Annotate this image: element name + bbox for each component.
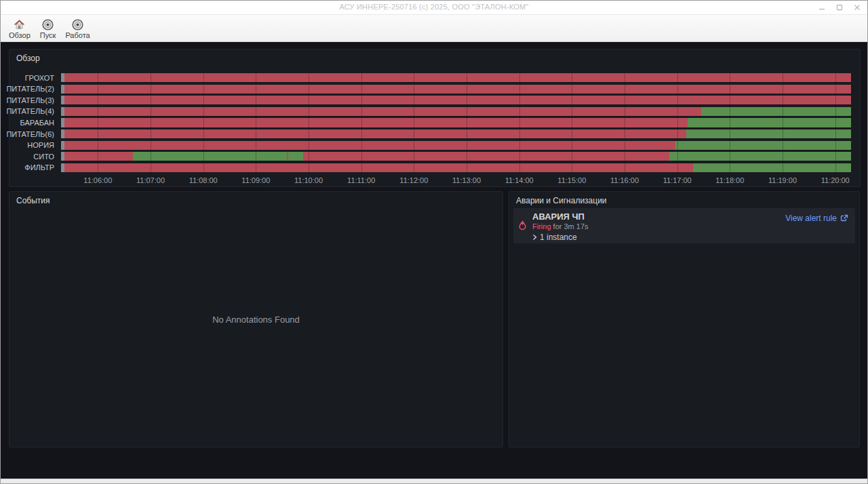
timeline-row-label: СИТО <box>9 152 54 161</box>
toolbar-button-overview[interactable]: Обзор <box>5 16 35 41</box>
axis-tick-label: 11:06:00 <box>83 176 112 184</box>
time-axis: 11:06:0011:07:0011:08:0011:09:0011:10:00… <box>61 176 851 186</box>
axis-tick-label: 11:12:00 <box>399 176 428 184</box>
external-link-icon <box>840 214 848 222</box>
alert-instances-toggle[interactable]: 1 instance <box>532 233 848 242</box>
overview-panel: Обзор ГРОХОТПИТАТЕЛЬ(2)ПИТАТЕЛЬ(3)ПИТАТЕ… <box>9 49 861 187</box>
timeline-segment <box>64 107 701 116</box>
axis-tick-label: 11:14:00 <box>505 176 534 184</box>
timeline-segment <box>675 141 851 150</box>
axis-tick-label: 11:16:00 <box>610 176 639 184</box>
timeline-row-label: ПИТАТЕЛЬ(2) <box>9 85 54 94</box>
toolbar-button-label: Пуск <box>40 31 56 39</box>
timeline-row-label: ФИЛЬТР <box>9 163 54 172</box>
timeline-segment <box>288 152 303 161</box>
chevron-right-icon <box>532 234 537 241</box>
timeline-row-label: БАРАБАН <box>9 118 54 127</box>
window-title: АСУ ИННЕРЕ-250716 (c) 2025, ООО "ЭТАЛОН-… <box>1 3 867 11</box>
timeline-segment <box>64 129 686 138</box>
timeline-segment <box>669 152 851 161</box>
timeline-bar <box>61 107 851 116</box>
timeline-bar <box>61 73 851 82</box>
dashboard: Обзор ГРОХОТПИТАТЕЛЬ(2)ПИТАТЕЛЬ(3)ПИТАТЕ… <box>1 42 867 479</box>
timeline-bar <box>61 141 851 150</box>
timeline-row-label: НОРИЯ <box>9 141 54 150</box>
timeline-row-label: ПИТАТЕЛЬ(4) <box>9 107 54 116</box>
events-panel: События No Annotations Found <box>9 191 503 447</box>
alert-duration: for 3m 17s <box>553 222 589 230</box>
window-bottom-frame <box>1 479 867 483</box>
timeline-bar <box>61 129 851 138</box>
timeline-segment <box>64 163 693 172</box>
axis-tick-label: 11:19:00 <box>768 176 797 184</box>
timeline-segment <box>693 163 851 172</box>
timeline-bar <box>61 96 851 104</box>
titlebar: АСУ ИННЕРЕ-250716 (c) 2025, ООО "ЭТАЛОН-… <box>1 1 867 14</box>
timeline-bar <box>61 163 851 172</box>
close-icon[interactable] <box>852 3 862 12</box>
alert-meta: Firing for 3m 17s <box>532 222 848 231</box>
timeline-segment <box>64 152 133 161</box>
axis-tick-label: 11:10:00 <box>294 176 323 184</box>
timeline-segment <box>133 152 287 161</box>
timeline-segment <box>303 152 669 161</box>
toolbar-button-label: Обзор <box>9 31 31 39</box>
target-icon <box>42 18 54 31</box>
home-icon <box>14 18 25 31</box>
panel-title: Обзор <box>16 54 40 63</box>
timeline-segment <box>701 107 851 116</box>
panel-title: Аварии и Сигнализации <box>516 196 607 205</box>
toolbar: Обзор Пуск Работа <box>1 14 867 42</box>
axis-tick-label: 11:09:00 <box>241 176 270 184</box>
alerts-panel: Аварии и Сигнализации АВАРИЯ ЧП Firing f… <box>509 191 860 447</box>
state-timeline-chart <box>61 73 851 172</box>
toolbar-button-work[interactable]: Работа <box>61 16 94 41</box>
axis-tick-label: 11:11:00 <box>347 176 375 184</box>
alert-state: Firing <box>532 222 551 230</box>
axis-tick-label: 11:07:00 <box>136 176 165 184</box>
timeline-bar <box>61 152 851 161</box>
timeline-segment <box>64 73 851 82</box>
timeline-bar <box>61 85 851 94</box>
target-icon <box>72 18 83 31</box>
axis-tick-label: 11:13:00 <box>452 176 481 184</box>
timeline-segment <box>64 141 675 150</box>
alert-instances-label: 1 instance <box>540 233 577 242</box>
maximize-icon[interactable] <box>835 3 844 12</box>
timeline-row-label: ПИТАТЕЛЬ(3) <box>9 96 54 104</box>
toolbar-button-start[interactable]: Пуск <box>36 16 60 41</box>
axis-tick-label: 11:17:00 <box>663 176 692 184</box>
timeline-segment <box>686 129 851 138</box>
view-alert-rule-link[interactable]: View alert rule <box>785 214 848 223</box>
timeline-segment <box>64 118 688 127</box>
toolbar-button-label: Работа <box>65 31 90 39</box>
app-window: АСУ ИННЕРЕ-250716 (c) 2025, ООО "ЭТАЛОН-… <box>0 0 868 484</box>
timeline-row-label: ГРОХОТ <box>9 73 54 82</box>
view-alert-rule-label: View alert rule <box>785 214 837 223</box>
alert-card: АВАРИЯ ЧП Firing for 3m 17s 1 instance V… <box>513 208 855 243</box>
timeline-row-label: ПИТАТЕЛЬ(6) <box>9 129 54 138</box>
minimize-icon[interactable] <box>817 3 827 12</box>
timeline-row-labels: ГРОХОТПИТАТЕЛЬ(2)ПИТАТЕЛЬ(3)ПИТАТЕЛЬ(4)Б… <box>9 73 54 172</box>
window-controls <box>817 1 862 14</box>
axis-tick-label: 11:20:00 <box>821 176 850 184</box>
axis-tick-label: 11:08:00 <box>189 176 218 184</box>
timeline-segment <box>64 96 851 104</box>
fire-icon <box>518 220 527 233</box>
timeline-segment <box>64 85 851 94</box>
timeline-segment <box>688 118 851 127</box>
axis-tick-label: 11:15:00 <box>557 176 586 184</box>
axis-tick-label: 11:18:00 <box>715 176 744 184</box>
timeline-bar <box>61 118 851 127</box>
no-annotations-message: No Annotations Found <box>9 192 502 447</box>
